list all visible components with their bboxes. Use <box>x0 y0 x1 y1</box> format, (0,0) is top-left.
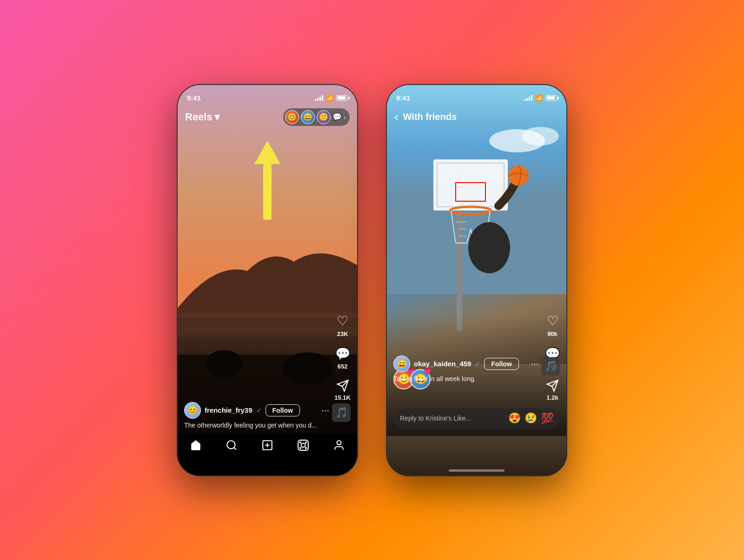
bottom-navigation <box>178 434 357 475</box>
user-info-panel-2: 😄 okay_kaiden_459 ✓ Follow ··· Taking fl… <box>393 356 538 382</box>
svg-point-17 <box>306 447 306 448</box>
home-icon <box>190 439 202 451</box>
phone-with-friends: 9:41 📶 ‹ With friends ♡ 90k 💬 702 <box>386 84 567 476</box>
friends-header-content: ‹ With friends <box>394 110 457 124</box>
comment-action[interactable]: 💬 652 <box>335 347 350 370</box>
svg-point-22 <box>522 127 559 145</box>
user-row-2: 😄 okay_kaiden_459 ✓ Follow ··· <box>393 356 538 372</box>
more-options-button-2[interactable]: ··· <box>531 358 538 369</box>
follow-button[interactable]: Follow <box>266 404 300 416</box>
search-icon <box>226 439 238 451</box>
follow-button-2[interactable]: Follow <box>484 358 518 370</box>
friends-pill[interactable]: 💬 › <box>283 108 350 126</box>
reply-bar[interactable]: Reply to Kristine's Like... 😍 😢 💯 <box>393 408 560 429</box>
share-count: 15.1K <box>334 394 351 401</box>
wifi-2-icon: 📶 <box>535 94 543 101</box>
emoji-100[interactable]: 💯 <box>541 412 553 424</box>
music-2-icon: 🎵 <box>541 357 560 376</box>
battery-icon <box>336 95 348 101</box>
status-time: 9:41 <box>187 94 201 102</box>
svg-point-15 <box>300 441 301 442</box>
like-action[interactable]: ♡ 23K <box>337 313 348 337</box>
status-time-2: 9:41 <box>396 94 410 102</box>
svg-line-9 <box>234 448 236 450</box>
nav-home[interactable] <box>190 439 202 451</box>
emoji-crying[interactable]: 😢 <box>525 412 537 424</box>
arrow-head <box>254 141 280 164</box>
create-icon <box>261 439 273 451</box>
verified-badge: ✓ <box>256 407 262 414</box>
svg-point-18 <box>300 447 301 448</box>
reels-header: Reels ▾ 💬 › <box>178 105 357 129</box>
pill-message-icon: 💬 <box>332 112 342 121</box>
reels-title-container[interactable]: Reels ▾ <box>185 111 219 123</box>
nav-search[interactable] <box>226 439 238 451</box>
phone-reels: 9:41 📶 Reels ▾ 💬 › <box>177 84 358 476</box>
wifi-icon: 📶 <box>326 94 333 101</box>
nav-create[interactable] <box>261 439 273 451</box>
like-action-2[interactable]: ♡ 90k <box>547 313 558 337</box>
friend-avatar-3 <box>317 110 331 124</box>
reels-chevron: ▾ <box>214 111 219 123</box>
video-caption-2: Taking flight in all week long. <box>393 375 538 382</box>
arrow-shaft <box>263 164 272 220</box>
reels-icon <box>297 439 309 451</box>
status-icons: 📶 <box>315 94 348 101</box>
nav-profile[interactable] <box>333 439 345 451</box>
user-info-panel: 😊 frenchie_fry39 ✓ Follow ··· The otherw… <box>184 402 329 429</box>
username-2: okay_kaiden_459 <box>414 360 471 368</box>
music-icon: 🎵 <box>332 403 351 422</box>
home-indicator-2 <box>449 469 505 472</box>
signal-bars-icon <box>315 95 323 101</box>
share-2-icon <box>546 379 559 392</box>
profile-icon <box>333 439 345 451</box>
battery-2-icon <box>545 95 557 101</box>
heart-icon: ♡ <box>337 313 348 329</box>
like-count-2: 90k <box>547 330 558 337</box>
right-actions-panel: ♡ 23K 💬 652 15.1K <box>334 313 351 401</box>
reply-placeholder: Reply to Kristine's Like... <box>400 415 471 422</box>
username: frenchie_fry39 <box>205 406 252 414</box>
with-friends-title: With friends <box>403 112 457 122</box>
svg-point-14 <box>301 443 306 447</box>
user-avatar-2: 😄 <box>393 356 410 372</box>
emoji-heart-eyes[interactable]: 😍 <box>508 412 521 424</box>
pill-chevron-icon: › <box>344 113 346 121</box>
like-count: 23K <box>337 330 348 337</box>
reels-title-text: Reels <box>185 111 213 123</box>
svg-point-16 <box>306 441 306 442</box>
share-action-2[interactable]: 1.2k <box>546 379 559 401</box>
reply-emojis: 😍 😢 💯 <box>508 412 553 424</box>
verified-badge-2: ✓ <box>475 360 480 368</box>
svg-point-8 <box>227 441 235 448</box>
svg-point-19 <box>337 441 341 445</box>
share-icon <box>336 379 349 392</box>
svg-point-28 <box>468 222 510 273</box>
more-options-button[interactable]: ··· <box>321 405 329 415</box>
status-bar: 9:41 📶 <box>178 85 357 105</box>
back-button[interactable]: ‹ <box>394 110 399 124</box>
comment-count: 652 <box>338 363 348 370</box>
user-avatar: 😊 <box>184 402 201 419</box>
signal-bars-2-icon <box>524 95 532 101</box>
status-bar-2: 9:41 📶 <box>387 85 566 105</box>
share-action[interactable]: 15.1K <box>334 379 351 401</box>
friend-avatar-1 <box>285 110 299 124</box>
svg-point-30 <box>508 165 529 186</box>
annotation-arrow <box>254 141 280 220</box>
status-icons-2: 📶 <box>524 94 557 101</box>
with-friends-header: ‹ With friends <box>387 105 566 129</box>
share-count-2: 1.2k <box>546 394 558 401</box>
comment-icon: 💬 <box>335 347 350 361</box>
friend-avatar-2 <box>301 110 315 124</box>
heart-2-icon: ♡ <box>547 313 558 329</box>
svg-rect-13 <box>298 440 308 450</box>
nav-reels[interactable] <box>297 439 309 451</box>
user-row: 😊 frenchie_fry39 ✓ Follow ··· <box>184 402 329 419</box>
video-caption: The otherworldly feeling you get when yo… <box>184 422 329 429</box>
